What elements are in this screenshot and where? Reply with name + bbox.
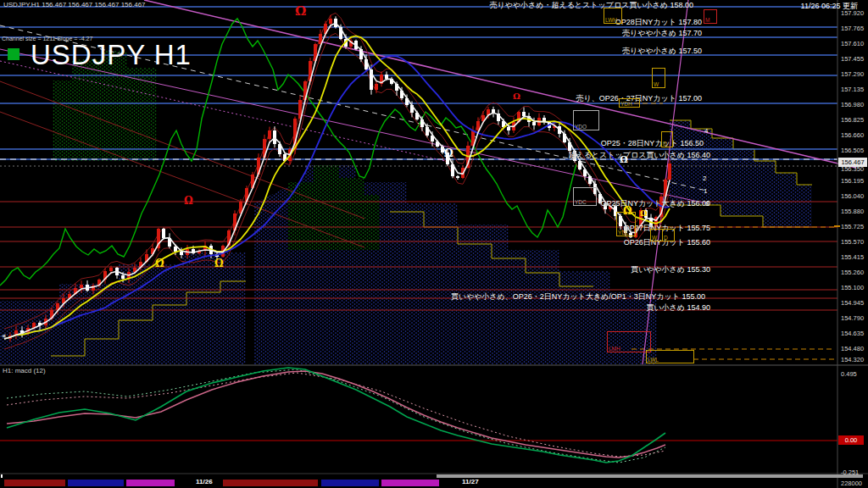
price-axis-label: 154.790 — [841, 314, 864, 322]
macd-axis-max: 0.495 — [841, 370, 857, 378]
level-marker-box-d[interactable]: D — [662, 229, 675, 241]
marker-box-label: LWH — [605, 17, 617, 23]
price-annotation[interactable]: OP28日NYカット 157.80 — [615, 17, 702, 28]
marker-box-label: YDO — [575, 124, 587, 130]
level-marker-box-w[interactable]: W — [652, 68, 665, 88]
semafor-omega-icon: Ω — [620, 154, 628, 165]
price-annotation[interactable]: 買いやや小さめ、OP26・2日NYカット大きめ/OP1・3日NYカット 155.… — [451, 291, 705, 302]
chart-canvas[interactable] — [0, 0, 868, 488]
marker-box-label: YDL — [618, 230, 629, 236]
price-axis-label: 156.040 — [841, 192, 864, 200]
price-annotation[interactable]: 売りやや小さめ 157.50 — [622, 46, 702, 57]
price-axis-label: 156.825 — [841, 116, 864, 124]
scroll-left-arrow-icon[interactable]: ◄ — [0, 332, 7, 340]
price-axis-label: 155.415 — [841, 253, 864, 261]
level-marker-box-w[interactable]: W — [650, 229, 663, 241]
semafor-omega-icon: Ω — [444, 147, 453, 159]
symbol-ohlc-readout: USDJPY,H1 156.467 156.467 156.467 156.46… — [3, 1, 146, 8]
price-axis-label: 156.980 — [841, 101, 864, 108]
tick-volume-label: 228000 — [841, 480, 862, 487]
marker-box-label: YDC — [575, 199, 587, 205]
price-axis-label: 154.480 — [841, 345, 864, 352]
session-strip-segment — [126, 480, 175, 486]
price-axis-label: 155.260 — [841, 269, 864, 276]
marker-box-label: YDH — [620, 101, 632, 107]
session-strip-segment — [4, 480, 65, 486]
price-axis-label: 156.660 — [841, 131, 864, 139]
trading-chart-window: USDJPY,H1 156.467 156.467 156.467 156.46… — [0, 0, 868, 488]
price-axis-label: 157.135 — [841, 86, 864, 93]
channel-endpoint-number: 2 — [703, 175, 706, 182]
price-annotation[interactable]: OP25日NYカット大きめ 156.00 — [600, 198, 710, 209]
semafor-omega-icon: Ω — [155, 258, 164, 269]
channel-endpoint-number: 1 — [704, 187, 707, 195]
level-marker-box-lmh[interactable]: LMH — [607, 331, 651, 352]
channel-endpoint-number: 4 — [704, 127, 708, 135]
level-marker-box-ydo[interactable]: YDO — [573, 110, 599, 130]
marker-box-label: LMH — [609, 346, 620, 352]
price-axis-label: 155.880 — [841, 208, 864, 215]
macd-indicator-label: H1: macd (12) — [3, 367, 46, 374]
semafor-omega-icon: Ω — [623, 205, 632, 217]
level-marker-box-ydh[interactable]: YDH — [619, 98, 640, 108]
price-axis-label: 154.945 — [841, 299, 864, 307]
semafor-omega-icon: Ω — [513, 92, 520, 101]
level-marker-box-m[interactable]: M — [704, 9, 717, 24]
session-strip-segment — [223, 480, 318, 486]
channel-endpoint-number: 3 — [705, 200, 709, 208]
price-annotation[interactable]: 売りやや小さめ 157.70 — [622, 28, 702, 39]
time-axis-date-label: 11/26 — [196, 478, 213, 485]
price-annotation[interactable]: 超えるとストップロス買い小さめ 156.40 — [568, 150, 710, 161]
marker-box-label: W — [652, 235, 657, 241]
semafor-omega-icon: Ω — [184, 195, 193, 207]
scrollbar-position-tick — [1, 474, 3, 478]
horizontal-scrollbar-thumb[interactable] — [437, 474, 863, 478]
price-axis-label: 154.320 — [841, 356, 864, 363]
level-marker-box-lwl[interactable]: LWL — [646, 350, 694, 363]
session-strip-segment — [68, 480, 124, 486]
price-axis-label: 156.505 — [841, 147, 864, 154]
price-annotation[interactable]: 買い小さめ 154.90 — [646, 302, 710, 313]
current-price-box: 156.467 — [838, 158, 867, 167]
price-axis-label: 156.195 — [841, 177, 864, 185]
price-annotation[interactable]: 買いやや小さめ 155.30 — [631, 264, 710, 275]
price-annotation[interactable]: 売りやや小さめ・超えるとストップロス買い小さめ 158.00 — [489, 0, 693, 11]
chart-title: USDJPY H1 — [31, 39, 192, 71]
session-strip-segment — [321, 480, 379, 486]
price-axis-label: 154.635 — [841, 330, 864, 337]
semafor-omega-icon: Ω — [295, 3, 306, 19]
semafor-omega-icon: Ω — [214, 258, 224, 269]
marker-box-label: W — [654, 81, 659, 87]
macd-zero-box: 0.00 — [838, 435, 864, 445]
price-axis-label: 157.920 — [841, 9, 864, 17]
marker-box-label: LWL — [648, 357, 659, 363]
price-axis-label: 157.455 — [841, 55, 864, 63]
semafor-omega-icon: Ω — [640, 208, 648, 218]
price-axis-label: 155.100 — [841, 284, 864, 291]
marker-box-label: D — [664, 235, 668, 241]
level-marker-box-ydc[interactable]: YDC — [573, 187, 597, 206]
session-strip-segment — [381, 480, 439, 486]
time-axis-date-label: 11/27 — [462, 478, 479, 485]
indicator-square-icon — [8, 48, 19, 60]
price-annotation[interactable]: OP25・28日NYカット 156.50 — [601, 138, 704, 149]
marker-box-label: M — [705, 17, 709, 23]
marker-box-label: D — [663, 141, 667, 147]
price-axis-label: 157.290 — [841, 70, 864, 78]
price-axis-label: 155.570 — [841, 238, 864, 246]
price-axis-label: 157.765 — [841, 25, 864, 32]
price-axis-label: 157.610 — [841, 40, 864, 47]
level-marker-box-d[interactable]: D — [661, 131, 673, 147]
level-marker-box-lwh[interactable]: LWH — [604, 8, 622, 24]
price-axis-label: 155.725 — [841, 223, 864, 230]
